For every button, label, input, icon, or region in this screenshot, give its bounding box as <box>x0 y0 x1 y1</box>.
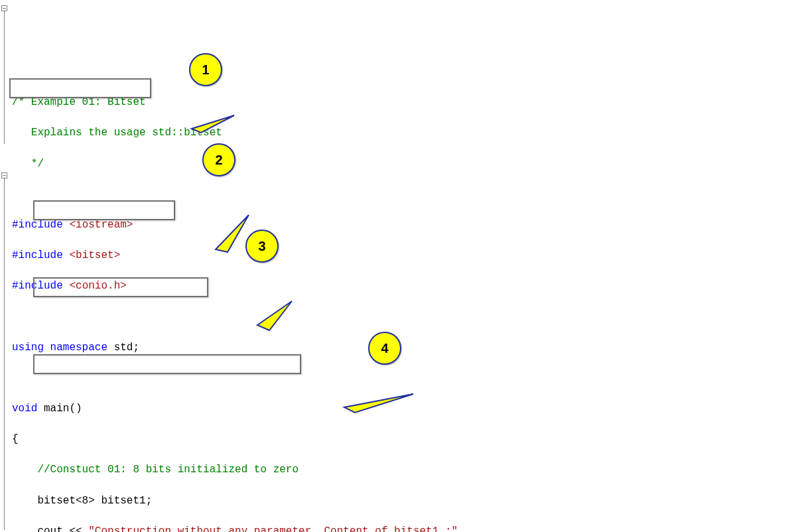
code-text: bitset<8> bitset1; <box>12 495 152 507</box>
fold-gutter <box>1 0 11 532</box>
code-area[interactable]: /* Example 01: Bitset Explains the usage… <box>12 80 796 532</box>
code-keyword: using <box>12 342 50 354</box>
code-header: <iostream> <box>69 219 133 231</box>
callout-label: 1 <box>202 60 209 80</box>
code-string: "Construction without any parameter. Con… <box>88 525 458 532</box>
code-header: <conio.h> <box>69 280 126 292</box>
code-preproc: #include <box>12 249 69 261</box>
code-text: std; <box>114 342 139 354</box>
code-preproc: #include <box>12 280 69 292</box>
code-header: <bitset> <box>69 249 120 261</box>
code-comment: Explains the usage std::bitset <box>12 127 222 139</box>
fold-toggle-icon[interactable] <box>1 172 7 178</box>
code-comment: */ <box>12 158 44 170</box>
blank-line <box>12 371 796 386</box>
blank-line <box>12 187 796 202</box>
fold-line <box>4 11 5 144</box>
code-text: cout << <box>12 525 88 532</box>
fold-toggle-icon[interactable] <box>1 5 7 11</box>
code-text: main() <box>44 403 82 415</box>
code-preproc: #include <box>12 219 69 231</box>
code-text: { <box>12 433 19 445</box>
code-keyword: void <box>12 403 44 415</box>
code-keyword: namespace <box>50 342 114 354</box>
code-comment: /* Example 01: Bitset <box>12 96 146 108</box>
blank-line <box>12 309 796 324</box>
fold-line <box>4 178 5 530</box>
code-comment: //Constuct 01: 8 bits initialized to zer… <box>12 464 298 476</box>
code-editor: /* Example 01: Bitset Explains the usage… <box>0 0 796 532</box>
